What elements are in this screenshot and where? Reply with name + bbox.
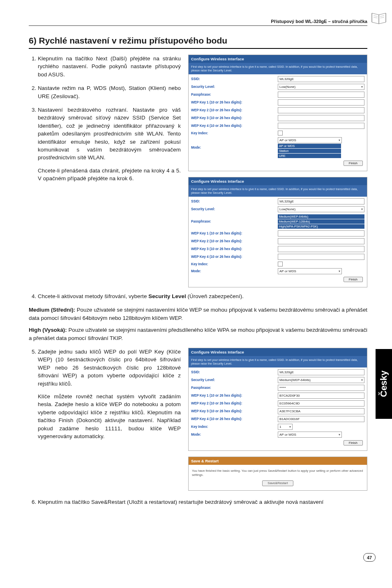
security-select[interactable]: Low(None)	[278, 84, 364, 90]
config-panel-2: Configure Wireless Interface First step …	[188, 177, 367, 287]
wep2-label: WEP Key 2 (10 or 26 hex digits):	[191, 239, 278, 243]
key-label: Key Index:	[191, 131, 278, 135]
step-2: Nastavte režim na P, WDS (Most), Station…	[38, 84, 181, 100]
panel-desc: First step to set your wireless interfac…	[189, 356, 367, 368]
ssid-input[interactable]: WL320gE	[278, 369, 364, 375]
ssid-input[interactable]: WL320gE	[278, 76, 364, 82]
wep1-input[interactable]	[278, 230, 364, 237]
language-tab: Česky	[376, 349, 392, 419]
wep4-input[interactable]	[278, 123, 364, 129]
wep2-input[interactable]	[278, 107, 364, 113]
panel-title: Configure Wireless Interface	[189, 177, 367, 185]
wep3-label: WEP Key 3 (10 or 26 hex digits):	[191, 409, 278, 413]
wep1-input[interactable]	[278, 99, 364, 106]
mode-select[interactable]: AP or WDS	[278, 268, 342, 274]
ssid-label: SSID:	[191, 370, 278, 374]
wep3-input[interactable]	[278, 246, 364, 252]
manual-icon	[371, 11, 387, 25]
wep3-input[interactable]: A3E7FC3CBA	[278, 408, 364, 414]
save-panel: Save & Restart You have finished the bas…	[188, 457, 367, 491]
high-text: Pouze uživatelé se stejnými nastaveními …	[29, 327, 367, 341]
step-4-c: (Úroveň zabezpečení).	[186, 293, 244, 299]
wep2-input[interactable]	[278, 238, 364, 244]
pass-label: Passphrase:	[191, 93, 278, 96]
wep3-label: WEP Key 3 (10 or 26 hex digits):	[191, 247, 278, 251]
pass-input[interactable]	[278, 92, 364, 98]
wep2-label: WEP Key 2 (10 or 26 hex digits):	[191, 402, 278, 405]
security-label: Security Level:	[191, 207, 278, 211]
wep4-input[interactable]	[278, 254, 364, 260]
svg-line-4	[374, 16, 378, 16]
svg-line-7	[380, 17, 384, 18]
mode-select[interactable]: AP or WDS	[278, 137, 342, 143]
wep2-label: WEP Key 2 (10 or 26 hex digits):	[191, 108, 278, 112]
security-label: Security Level:	[191, 85, 278, 89]
pass-input[interactable]: *****	[278, 385, 364, 391]
key-label: Key Index:	[191, 262, 278, 266]
step-4-b: Security Level	[148, 293, 186, 299]
mode-opt[interactable]: AP or WDS	[278, 144, 341, 148]
config-panel-3: Configure Wireless Interface First step …	[188, 348, 367, 451]
pass-label: Passphrase:	[191, 386, 278, 390]
svg-marker-0	[372, 13, 379, 24]
sec-opt[interactable]: High(WPA-PSK/WPA2-PSK)	[278, 224, 364, 229]
step-1: Klepnutím na tlačítko Next (Další) přejd…	[38, 55, 181, 78]
svg-marker-1	[379, 13, 386, 24]
step-6: Klepnutím na tlačítko Save&Restart (Ulož…	[38, 498, 367, 506]
mode-opt[interactable]: Station	[278, 149, 341, 153]
wep4-label: WEP Key 4 (10 or 26 hex digits):	[191, 124, 278, 128]
section-title: 6) Rychlé nastavení v režimu přístupovéh…	[29, 36, 367, 49]
key-checkbox[interactable]	[278, 262, 283, 266]
medium-label: Medium (Střední):	[29, 307, 75, 313]
save-restart-button[interactable]: Save&Restart	[262, 480, 293, 486]
key-label: Key Index:	[191, 425, 278, 429]
step-5-note: Klíče můžete rovněž nechat systém vytvoř…	[38, 393, 181, 440]
svg-line-5	[374, 17, 378, 18]
wep3-input[interactable]	[278, 115, 364, 121]
page-number: 47	[363, 553, 376, 562]
sec-opt[interactable]: Medium(WEP-128bits)	[278, 219, 364, 224]
config-panel-1: Configure Wireless Interface First step …	[188, 55, 367, 171]
security-label: Security Level:	[191, 378, 278, 382]
wep1-label: WEP Key 1 (10 or 26 hex digits):	[191, 394, 278, 397]
wep1-label: WEP Key 1 (10 or 26 hex digits):	[191, 101, 278, 104]
step-3: Nastavení bezdrátového rozhraní. Nastavt…	[38, 106, 181, 183]
mode-select[interactable]: AP or WDS	[278, 432, 342, 438]
pass-label: Passphrase:	[191, 220, 278, 223]
sec-opt[interactable]: Medium(WEP-64bits)	[278, 214, 364, 219]
svg-line-6	[380, 16, 384, 16]
key-checkbox[interactable]	[278, 131, 283, 136]
medium-text: Pouze uživatelé se stejnými nastaveními …	[29, 307, 367, 321]
mode-label: Mode:	[191, 146, 278, 149]
panel-title: Configure Wireless Interface	[189, 348, 367, 356]
doc-header: Přístupový bod WL-320gE – stručná příruč…	[29, 19, 367, 25]
medium-para: Medium (Střední): Pouze uživatelé se ste…	[29, 306, 367, 322]
high-label: High (Vysoká):	[29, 327, 67, 333]
wep3-label: WEP Key 3 (10 or 26 hex digits):	[191, 116, 278, 120]
panel-title: Configure Wireless Interface	[189, 55, 367, 63]
finish-button[interactable]: Finish	[344, 440, 363, 446]
step-3-text: Nastavení bezdrátového rozhraní. Nastavt…	[38, 107, 181, 161]
step-5-text: Zadejte jednu sadu klíčů WEP do polí WEP…	[38, 349, 181, 387]
finish-button[interactable]: Finish	[344, 277, 363, 282]
wep4-label: WEP Key 4 (10 or 26 hex digits):	[191, 417, 278, 421]
ssid-input[interactable]: WL320gE	[278, 198, 364, 204]
panel-desc: First step to set your wireless interfac…	[189, 185, 367, 197]
wep4-label: WEP Key 4 (10 or 26 hex digits):	[191, 255, 278, 259]
ssid-label: SSID:	[191, 200, 278, 203]
mode-opt[interactable]: URE	[278, 154, 341, 158]
mode-label: Mode:	[191, 433, 278, 436]
finish-button[interactable]: Finish	[344, 161, 363, 166]
security-select[interactable]: Medium(WEP-64bits)	[278, 377, 364, 383]
wep2-input[interactable]: EC05964C9D	[278, 400, 364, 407]
save-text: You have finished the basic setting. You…	[192, 469, 363, 477]
high-para: High (Vysoká): Pouze uživatelé se stejný…	[29, 326, 367, 342]
step-4-a: Chcete-li aktivovat metody šifrování, vy…	[38, 293, 148, 299]
wep1-input[interactable]: B7CA2D0F30	[278, 393, 364, 399]
key-select[interactable]: 1	[278, 424, 293, 430]
step-4: Chcete-li aktivovat metody šifrování, vy…	[38, 292, 367, 300]
security-select[interactable]: Low(None)	[278, 206, 364, 212]
wep4-input[interactable]: B1ADC0016F	[278, 416, 364, 422]
step-3-note: Chcete-li přenášená data chránit, přejde…	[38, 167, 181, 183]
wep1-label: WEP Key 1 (10 or 26 hex digits):	[191, 232, 278, 235]
